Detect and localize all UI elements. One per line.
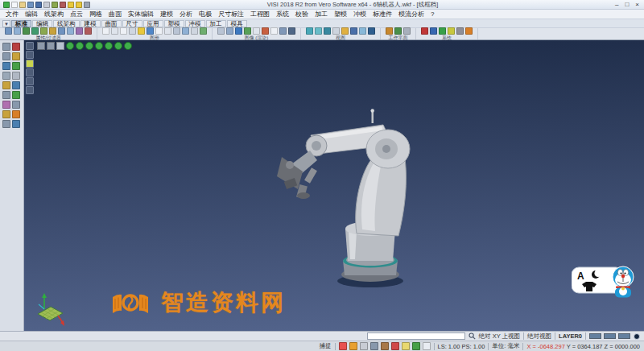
toolbar-tab[interactable]: 曲面 <box>101 20 122 27</box>
menu-item[interactable]: 加工 <box>312 10 331 19</box>
snap-timer-icon[interactable] <box>412 342 420 350</box>
minimize-button[interactable]: – <box>615 1 618 9</box>
toolbar-tab[interactable]: 线架构 <box>53 20 80 27</box>
orbit-x-icon[interactable] <box>76 42 84 50</box>
render-blue-icon[interactable] <box>235 27 242 35</box>
snap-settings-icon[interactable] <box>339 342 347 350</box>
view-mode-icon[interactable] <box>37 42 45 50</box>
toolbar-tab[interactable]: 建模 <box>80 20 101 27</box>
shaded-view-icon[interactable] <box>111 27 118 35</box>
hidden-line-icon[interactable] <box>120 27 127 35</box>
undo-icon[interactable] <box>68 2 74 8</box>
view-cursor-icon[interactable] <box>56 42 64 50</box>
toolbar-tab[interactable]: 模具 <box>227 20 247 27</box>
menu-item[interactable]: 文件 <box>2 10 22 19</box>
viewport-split-icon[interactable] <box>26 51 34 59</box>
snap-mid-icon[interactable] <box>12 52 20 60</box>
app-logo-icon[interactable] <box>3 2 10 8</box>
show-grid-icon[interactable] <box>173 27 180 35</box>
maximize-button[interactable]: □ <box>625 1 629 9</box>
viewport-single-icon[interactable] <box>26 42 34 50</box>
menu-item[interactable]: 电极 <box>196 10 215 19</box>
zoom-window-icon[interactable] <box>315 27 322 35</box>
robot-arm-model[interactable] <box>266 109 427 298</box>
toolbar-tab[interactable]: 尺寸 <box>122 20 142 27</box>
snap-crosshair-icon[interactable] <box>423 342 431 350</box>
viewport-list-icon[interactable] <box>26 77 34 85</box>
snap-parallel-icon[interactable] <box>12 91 20 99</box>
color-filter-icon[interactable] <box>23 27 30 35</box>
snap-perp-icon[interactable] <box>2 91 10 99</box>
new-file-icon[interactable] <box>11 2 18 8</box>
menu-item[interactable]: 标准件 <box>369 10 395 19</box>
toolbar-tab[interactable]: 编辑 <box>32 20 52 27</box>
coordinate-system-label[interactable]: 绝对视图 <box>527 332 551 341</box>
orbit-y-icon[interactable] <box>85 42 93 50</box>
select-icon[interactable] <box>2 43 10 51</box>
render-materials-icon[interactable] <box>226 27 233 35</box>
redo-icon[interactable] <box>76 2 82 8</box>
layer-filter-icon[interactable] <box>14 27 21 35</box>
snap-end-icon[interactable] <box>2 52 10 60</box>
tab-dropdown-button[interactable]: ▼ <box>2 20 10 27</box>
show-points-icon[interactable] <box>155 27 163 35</box>
toolbar-tab[interactable]: 应用 <box>143 20 163 27</box>
zoom-all-icon[interactable] <box>306 27 313 35</box>
type-filter-icon[interactable] <box>31 27 39 35</box>
toolbar-tab[interactable]: 加工 <box>206 20 226 27</box>
snap-intersect-icon[interactable] <box>12 62 20 70</box>
render-flat-icon[interactable] <box>253 27 260 35</box>
attribute-paste-icon[interactable] <box>67 27 74 35</box>
toolbar-tab[interactable]: 标准 <box>11 20 31 27</box>
viewport-quad-icon[interactable] <box>26 68 34 76</box>
open-file-icon[interactable] <box>19 2 26 8</box>
menu-item[interactable]: 尺寸标注 <box>215 10 247 19</box>
viewport-3d[interactable]: 智造资料网 A <box>24 40 644 331</box>
render-steel-icon[interactable] <box>279 27 287 35</box>
viewport-config-icon[interactable] <box>26 86 34 94</box>
menu-item[interactable]: 建模 <box>157 10 176 19</box>
zoom-previous-icon[interactable] <box>324 27 331 35</box>
system-tools-icon[interactable] <box>448 27 455 35</box>
background-color-picker[interactable] <box>634 333 640 340</box>
menu-item[interactable]: 塑模 <box>331 10 350 19</box>
render-dark-icon[interactable] <box>288 27 295 35</box>
rotate-view-icon[interactable] <box>368 27 375 35</box>
menu-item[interactable]: 网格 <box>86 10 105 19</box>
workplane-new-icon[interactable] <box>386 27 393 35</box>
save-file-icon[interactable] <box>27 2 34 8</box>
system-info-icon[interactable] <box>456 27 464 35</box>
qat-dropdown-icon[interactable] <box>84 2 90 8</box>
viewport-active-icon[interactable] <box>26 60 34 68</box>
menu-item[interactable]: 编辑 <box>22 10 41 19</box>
show-axes-icon[interactable] <box>164 27 171 35</box>
menu-item[interactable]: 系统 <box>273 10 292 19</box>
snap-light-icon[interactable] <box>402 342 410 350</box>
snap-free-icon[interactable] <box>12 110 20 118</box>
show-planes-icon[interactable] <box>182 27 189 35</box>
save-all-icon[interactable] <box>35 2 42 8</box>
attribute-copy-icon[interactable] <box>58 27 65 35</box>
snap-quad-icon[interactable] <box>2 81 10 89</box>
orbit-front-icon[interactable] <box>124 42 132 50</box>
toolbar-tab[interactable]: 塑模 <box>164 20 184 27</box>
front-view-icon[interactable] <box>359 27 366 35</box>
workplane-reset-icon[interactable] <box>403 27 411 35</box>
orbit-iso-icon[interactable] <box>105 42 113 50</box>
snap-auto-icon[interactable] <box>12 120 20 128</box>
wireframe-view-icon[interactable] <box>102 27 109 35</box>
close-button[interactable]: × <box>635 1 639 9</box>
highlight-edges-icon[interactable] <box>138 27 145 35</box>
menu-item[interactable]: 曲面 <box>105 10 125 19</box>
menu-item[interactable]: 冲模 <box>350 10 369 19</box>
select-box-icon[interactable] <box>49 27 56 35</box>
snap-angle-icon[interactable] <box>2 110 10 118</box>
active-layer-icon[interactable] <box>147 27 154 35</box>
snap-tangent-icon[interactable] <box>12 81 20 89</box>
menu-item[interactable]: 模流分析 <box>395 10 427 19</box>
iso-view-icon[interactable] <box>341 27 349 35</box>
pan-view-icon[interactable] <box>332 27 340 35</box>
orbit-top-icon[interactable] <box>114 42 122 50</box>
system-database-icon[interactable] <box>430 27 437 35</box>
select-red-icon[interactable] <box>12 43 20 51</box>
